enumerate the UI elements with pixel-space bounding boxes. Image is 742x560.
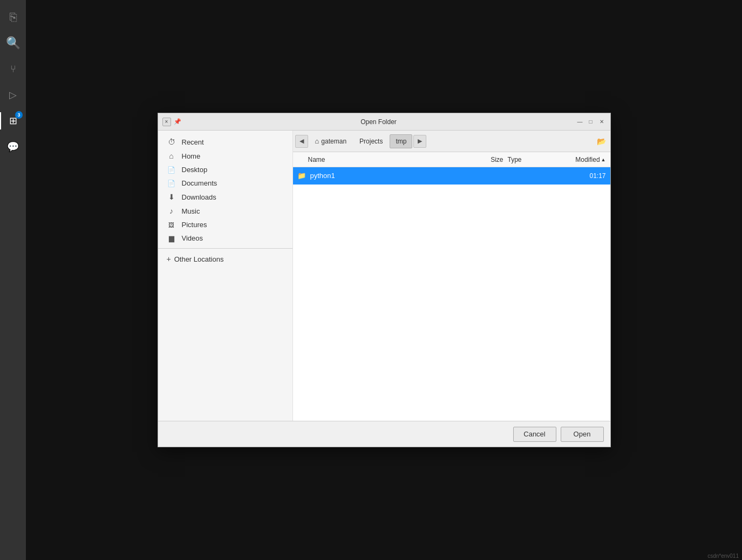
sidebar-item-videos[interactable]: ▆ Videos bbox=[158, 231, 292, 245]
activity-item-search[interactable]: 🔍 bbox=[0, 30, 26, 56]
sidebar-item-documents[interactable]: 📄 Documents bbox=[158, 176, 292, 190]
downloads-icon: ⬇ bbox=[167, 193, 176, 201]
videos-icon: ▆ bbox=[167, 234, 176, 242]
dialog-close-button[interactable]: × bbox=[162, 118, 171, 126]
file-name: python1 bbox=[308, 172, 471, 180]
close-icon: × bbox=[165, 119, 168, 125]
breadcrumb-item-tmp[interactable]: tmp bbox=[390, 134, 412, 148]
breadcrumb-label-gateman: gateman bbox=[321, 138, 346, 145]
sidebar-item-recent[interactable]: ⏱ Recent bbox=[158, 135, 292, 149]
sidebar-label-videos: Videos bbox=[182, 234, 203, 242]
source-control-icon: ⑂ bbox=[10, 64, 16, 74]
pin-icon: 📌 bbox=[174, 118, 181, 125]
sidebar-label-other-locations: Other Locations bbox=[174, 255, 224, 263]
sort-arrow-icon: ▲ bbox=[601, 157, 606, 162]
new-folder-button[interactable]: 📂 bbox=[595, 135, 608, 148]
breadcrumb-label-projects: Projects bbox=[359, 138, 383, 145]
home-icon: ⌂ bbox=[167, 152, 176, 160]
dialog-body: ⏱ Recent ⌂ Home 📄 Desktop 📄 Documents ⬇ bbox=[158, 131, 610, 421]
sidebar-label-pictures: Pictures bbox=[182, 221, 207, 229]
sidebar-item-pictures[interactable]: 🖼 Pictures bbox=[158, 218, 292, 231]
column-header-modified: Modified ▲ bbox=[547, 156, 606, 163]
sidebar-item-other-locations[interactable]: + Other Locations bbox=[158, 252, 292, 266]
activity-item-source-control[interactable]: ⑂ bbox=[0, 56, 26, 82]
folder-icon: 📁 bbox=[297, 172, 308, 180]
sidebar-label-recent: Recent bbox=[182, 138, 204, 146]
breadcrumb-item-gateman[interactable]: ⌂ gateman bbox=[309, 134, 353, 148]
new-folder-icon: 📂 bbox=[597, 137, 606, 146]
dialog-close-btn[interactable]: ✕ bbox=[597, 118, 606, 126]
activity-item-run[interactable]: ▷ bbox=[0, 82, 26, 108]
sidebar-item-desktop[interactable]: 📄 Desktop bbox=[158, 163, 292, 176]
desktop-icon: 📄 bbox=[167, 166, 176, 174]
dialog-titlebar: × 📌 Open Folder — □ ✕ bbox=[158, 113, 610, 131]
music-icon: ♪ bbox=[167, 207, 176, 215]
breadcrumb-item-projects[interactable]: Projects bbox=[353, 134, 389, 148]
minimize-icon: — bbox=[577, 119, 583, 125]
activity-item-chat[interactable]: 💬 bbox=[0, 134, 26, 160]
activity-item-extensions[interactable]: ⊞ 3 bbox=[0, 108, 26, 134]
home-breadcrumb-icon: ⌂ bbox=[315, 137, 319, 145]
column-header-size: Size bbox=[471, 156, 503, 163]
open-folder-dialog: × 📌 Open Folder — □ ✕ bbox=[158, 113, 611, 447]
breadcrumb-back-button[interactable]: ◀ bbox=[295, 135, 308, 148]
dialog-close-icon: ✕ bbox=[600, 119, 604, 125]
sidebar-label-music: Music bbox=[182, 207, 200, 215]
explorer-icon: ⎘ bbox=[10, 11, 17, 23]
pictures-icon: 🖼 bbox=[167, 222, 176, 228]
maximize-icon: □ bbox=[589, 119, 592, 125]
sidebar-item-downloads[interactable]: ⬇ Downloads bbox=[158, 190, 292, 204]
chat-icon: 💬 bbox=[7, 142, 19, 152]
dialog-maximize-button[interactable]: □ bbox=[587, 118, 595, 126]
breadcrumb-bar: ◀ ⌂ gateman Projects tmp ▶ bbox=[293, 131, 610, 152]
sidebar-label-documents: Documents bbox=[182, 179, 217, 187]
sidebar-label-desktop: Desktop bbox=[182, 166, 208, 174]
breadcrumb-forward-button[interactable]: ▶ bbox=[413, 135, 426, 148]
file-list-header: Name Size Type Modified ▲ bbox=[293, 152, 610, 167]
sidebar-item-music[interactable]: ♪ Music bbox=[158, 204, 292, 218]
file-row[interactable]: 📁 python1 01:17 bbox=[293, 167, 610, 185]
main-content: ◀ ⌂ gateman Projects tmp ▶ bbox=[293, 131, 610, 421]
extensions-badge: 3 bbox=[15, 111, 23, 119]
open-button[interactable]: Open bbox=[561, 427, 604, 442]
sidebar-divider bbox=[158, 248, 292, 249]
dialog-minimize-button[interactable]: — bbox=[576, 118, 584, 126]
dialog-pin-button[interactable]: 📌 bbox=[173, 118, 182, 126]
file-modified: 01:17 bbox=[547, 172, 606, 180]
documents-icon: 📄 bbox=[167, 180, 176, 187]
file-list: Name Size Type Modified ▲ 📁 python1 bbox=[293, 152, 610, 421]
column-header-name: Name bbox=[308, 156, 471, 163]
cancel-button[interactable]: Cancel bbox=[513, 427, 556, 442]
search-icon: 🔍 bbox=[6, 37, 21, 49]
dialog-window-controls: — □ ✕ bbox=[576, 118, 606, 126]
sidebar-label-home: Home bbox=[182, 152, 201, 160]
column-header-type: Type bbox=[503, 156, 547, 163]
dialog-overlay: × 📌 Open Folder — □ ✕ bbox=[26, 0, 742, 560]
forward-arrow-icon: ▶ bbox=[418, 138, 422, 145]
activity-item-explorer[interactable]: ⎘ bbox=[0, 4, 26, 30]
sidebar: ⏱ Recent ⌂ Home 📄 Desktop 📄 Documents ⬇ bbox=[158, 131, 293, 421]
run-icon: ▷ bbox=[9, 90, 17, 100]
other-locations-icon: + bbox=[167, 255, 171, 263]
back-arrow-icon: ◀ bbox=[299, 138, 304, 145]
recent-icon: ⏱ bbox=[167, 138, 176, 146]
sidebar-item-home[interactable]: ⌂ Home bbox=[158, 149, 292, 163]
breadcrumb-label-tmp: tmp bbox=[396, 138, 406, 145]
sidebar-label-downloads: Downloads bbox=[182, 193, 216, 201]
activity-bar: ⎘ 🔍 ⑂ ▷ ⊞ 3 💬 bbox=[0, 0, 26, 560]
dialog-title: Open Folder bbox=[182, 118, 576, 126]
dialog-footer: Cancel Open bbox=[158, 421, 610, 447]
